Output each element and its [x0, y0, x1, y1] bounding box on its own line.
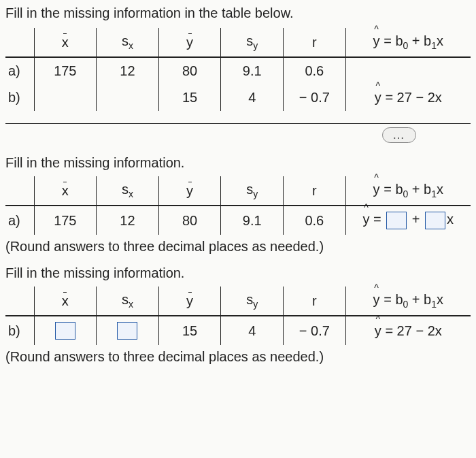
divider — [5, 123, 471, 124]
col-xbar: x — [34, 28, 97, 57]
answer-table-a: x sx y sy r y = b0 + b1x a) 175 12 80 9.… — [5, 176, 471, 235]
table-row: b) 15 4 − 0.7 y = 27 − 2x — [5, 84, 471, 111]
main-prompt: Fill in the missing information in the t… — [5, 5, 471, 21]
given-table: x sx y sy r y = b0 + b1x a) 175 12 80 9.… — [5, 28, 471, 111]
sx-input[interactable] — [117, 322, 137, 340]
answer-table-b: x sx y sy r y = b0 + b1x b) 15 4 − 0.7 y… — [5, 287, 471, 345]
col-ybar: y — [158, 28, 221, 57]
col-sy: sy — [221, 28, 284, 57]
col-equation: y = b0 + b1x — [345, 28, 471, 57]
b1-input[interactable] — [425, 212, 445, 229]
more-button[interactable]: … — [382, 127, 416, 143]
round-note-a: (Round answers to three decimal places a… — [5, 239, 471, 255]
round-note-b: (Round answers to three decimal places a… — [5, 349, 471, 365]
table-row: a) 175 12 80 9.1 0.6 y = + x — [5, 206, 471, 235]
subhead-a: Fill in the missing information. — [5, 155, 471, 171]
table-row: b) 15 4 − 0.7 y = 27 − 2x — [5, 316, 471, 345]
b0-input[interactable] — [386, 212, 407, 229]
table-row: a) 175 12 80 9.1 0.6 — [5, 57, 471, 84]
col-r: r — [284, 28, 346, 57]
xbar-input[interactable] — [55, 322, 75, 340]
subhead-b: Fill in the missing information. — [5, 265, 471, 281]
col-sx: sx — [97, 28, 159, 57]
